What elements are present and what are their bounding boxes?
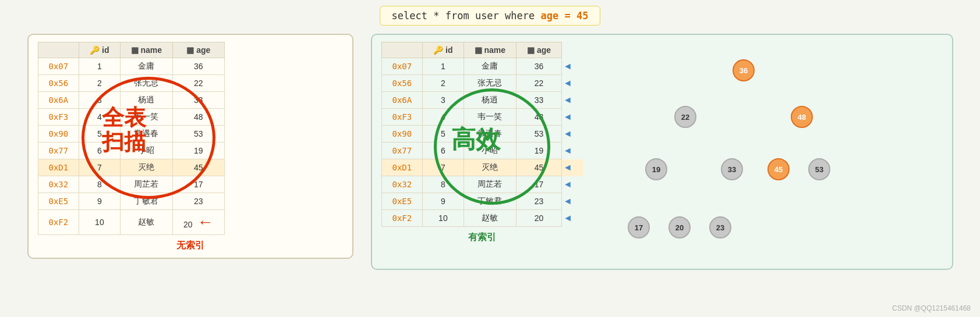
cell-addr-r: 0xE5 [381,193,423,210]
dashed-arrow: ◄ [562,143,583,159]
cell-addr-r: 0x6A [381,92,423,109]
btree-node-22: 22 [674,106,696,128]
table-row: 0x328周芷若17 [38,176,224,193]
cell-name: 丁敏君 [120,193,172,210]
btree-node-17: 17 [628,216,650,238]
col-header-name-right: ▦ name [464,42,516,58]
btree-node-45: 45 [767,158,790,180]
dashed-arrow: ◄ [562,92,583,109]
cell-id-r: 10 [423,210,464,227]
right-panel: 🔑 id ▦ name ▦ age 0x071金庸36◄0x562张无忌22◄0… [371,34,953,270]
cell-addr: 0x56 [38,75,79,92]
table-row: 0xE59丁敏君23 [38,193,224,210]
dashed-arrow: ◄ [562,58,583,75]
cell-age: 48 [173,109,225,126]
cell-age-r: 23 [516,193,562,210]
cell-id: 3 [79,92,120,109]
cell-age-r: 53 [516,126,562,143]
cell-id-r: 3 [423,92,464,109]
cell-age: 19 [173,143,225,159]
cell-age: 17 [173,176,225,193]
cell-name: 小昭 [120,143,172,159]
btree-node-36: 36 [733,59,755,81]
cell-name-r: 小昭 [464,143,516,159]
cell-id: 7 [79,159,120,176]
right-table-wrapper: 🔑 id ▦ name ▦ age 0x071金庸36◄0x562张无忌22◄0… [381,42,583,244]
table-row: 0x328周芷若17◄ [381,176,583,193]
dashed-arrow: ◄ [562,109,583,126]
col-header-id-right: 🔑 id [423,42,464,58]
cell-addr-r: 0xF2 [381,210,423,227]
cell-name-r: 周芷若 [464,176,516,193]
left-panel-label: 无索引 [38,240,343,252]
cell-age-r: 45 [516,159,562,176]
table-row: 0xF34韦一笑48 [38,109,224,126]
table-row: 0x905常遇春53 [38,126,224,143]
btree-node-19: 19 [645,158,667,180]
cell-addr-r: 0x56 [381,75,423,92]
col-header-age-right: ▦ age [516,42,562,58]
cell-id-r: 7 [423,159,464,176]
cell-id-r: 9 [423,193,464,210]
cell-addr: 0x90 [38,126,79,143]
table-row: 0x776小昭19◄ [381,143,583,159]
col-header-name-left: ▦ name [120,42,172,58]
cell-name-r: 常遇春 [464,126,516,143]
cell-addr-r: 0xF3 [381,109,423,126]
arrow-indicator: ← [197,213,214,231]
cell-name: 韦一笑 [120,109,172,126]
panels-container: 🔑 id ▦ name ▦ age 0x071金庸360x562张无忌220x6… [6,34,974,270]
cell-age: 36 [173,58,225,75]
cell-age-r: 19 [516,143,562,159]
btree-node-48: 48 [791,106,813,128]
cell-id-r: 5 [423,126,464,143]
table-row: 0xF210赵敏20◄ [381,210,583,227]
cell-name: 周芷若 [120,176,172,193]
cell-id-r: 4 [423,109,464,126]
table-row: 0x071金庸36◄ [381,58,583,75]
cell-age: 23 [173,193,225,210]
col-header-id-left: 🔑 id [79,42,120,58]
right-panel-inner: 🔑 id ▦ name ▦ age 0x071金庸36◄0x562张无忌22◄0… [381,42,593,263]
cell-id: 5 [79,126,120,143]
cell-addr-r: 0x32 [381,176,423,193]
cell-addr-r: 0x07 [381,58,423,75]
cell-age: 20← [173,210,225,235]
table-row: 0x776小昭19 [38,143,224,159]
cell-name-r: 丁敏君 [464,193,516,210]
dashed-arrow: ◄ [562,176,583,193]
cell-id-r: 6 [423,143,464,159]
cell-id: 2 [79,75,120,92]
col-header-addr [38,42,79,58]
cell-id-r: 8 [423,176,464,193]
cell-age-r: 36 [516,58,562,75]
cell-addr: 0x77 [38,143,79,159]
cell-name: 金庸 [120,58,172,75]
table-row: 0xD17灭绝45 [38,159,224,176]
cell-name-r: 杨逍 [464,92,516,109]
col-header-addr-r [381,42,423,58]
cell-addr: 0x32 [38,176,79,193]
cell-name: 赵敏 [120,210,172,235]
sql-highlight: age = 45 [540,10,588,22]
cell-name-r: 金庸 [464,58,516,75]
cell-addr: 0x6A [38,92,79,109]
cell-age: 33 [173,92,225,109]
cell-name-r: 张无忌 [464,75,516,92]
dashed-arrow: ◄ [562,126,583,143]
cell-addr-r: 0x77 [381,143,423,159]
cell-addr: 0xF2 [38,210,79,235]
table-row: 0xE59丁敏君23◄ [381,193,583,210]
cell-age: 22 [173,75,225,92]
cell-name: 杨逍 [120,92,172,109]
right-panel-label: 有索引 [381,231,583,244]
cell-id: 1 [79,58,120,75]
table-row: 0xF210赵敏20← [38,210,224,235]
cell-age: 45 [173,159,225,176]
btree-node-33: 33 [721,158,743,180]
table-row: 0x562张无忌22 [38,75,224,92]
cell-name-r: 赵敏 [464,210,516,227]
cell-id-r: 1 [423,58,464,75]
table-row: 0x562张无忌22◄ [381,75,583,92]
cell-age-r: 17 [516,176,562,193]
